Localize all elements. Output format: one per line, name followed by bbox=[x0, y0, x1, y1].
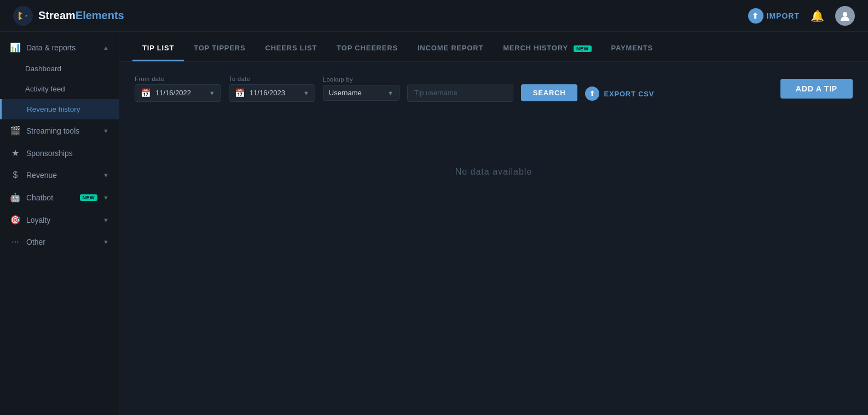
tab-top-cheerers[interactable]: TOP CHEERERS bbox=[327, 36, 408, 61]
sidebar-item-label: Other bbox=[26, 238, 97, 246]
sidebar-item-label: Sponsorships bbox=[26, 149, 109, 158]
from-date-input[interactable] bbox=[155, 89, 205, 97]
filter-bar: From date 📅 ▼ To date 📅 ▼ bbox=[135, 75, 853, 102]
sidebar-item-sponsorships[interactable]: ★ Sponsorships bbox=[0, 142, 119, 164]
tip-username-input[interactable] bbox=[407, 84, 513, 102]
lookup-by-label: Lookup by bbox=[323, 76, 400, 83]
sidebar-item-label: Data & reports bbox=[26, 43, 97, 52]
calendar-from-icon[interactable]: 📅 bbox=[141, 88, 151, 98]
search-group: SEARCH bbox=[521, 76, 578, 101]
no-data-message: No data available bbox=[135, 117, 853, 227]
notifications-button[interactable]: 🔔 bbox=[811, 9, 824, 22]
to-date-arrow-icon[interactable]: ▼ bbox=[303, 90, 309, 96]
lookup-by-select[interactable]: Username Amount Date bbox=[329, 89, 383, 97]
chevron-down-icon: ▼ bbox=[103, 217, 109, 223]
brand-name: StreamElements bbox=[38, 9, 124, 22]
search-button[interactable]: SEARCH bbox=[521, 84, 578, 101]
loyalty-icon: 🎯 bbox=[10, 215, 21, 225]
svg-point-2 bbox=[20, 13, 26, 19]
tip-username-group bbox=[407, 75, 513, 102]
sidebar-item-streaming-tools[interactable]: 🎬 Streaming tools ▼ bbox=[0, 119, 119, 142]
avatar[interactable] bbox=[835, 6, 855, 26]
tip-username-label bbox=[407, 75, 513, 82]
sidebar-item-label: Revenue bbox=[26, 171, 97, 180]
dollar-icon: $ bbox=[10, 170, 21, 180]
to-date-input-wrap: 📅 ▼ bbox=[229, 84, 315, 102]
sidebar-item-other[interactable]: ··· Other ▼ bbox=[0, 231, 119, 253]
sidebar-item-loyalty[interactable]: 🎯 Loyalty ▼ bbox=[0, 209, 119, 231]
merch-history-badge: NEW bbox=[574, 45, 592, 52]
sidebar-item-chatbot[interactable]: 🤖 Chatbot NEW ▼ bbox=[0, 186, 119, 209]
star-icon: ★ bbox=[10, 148, 21, 158]
add-tip-button[interactable]: ADD A TIP bbox=[780, 79, 853, 99]
lookup-by-group: Lookup by Username Amount Date ▼ bbox=[323, 76, 400, 101]
chevron-down-icon: ▼ bbox=[103, 194, 109, 201]
tab-cheers-list[interactable]: CHEERS LIST bbox=[255, 36, 327, 61]
from-date-group: From date 📅 ▼ bbox=[135, 76, 221, 102]
user-icon bbox=[840, 10, 850, 21]
other-icon: ··· bbox=[10, 237, 21, 247]
tab-merch-history[interactable]: MERCH HISTORY NEW bbox=[493, 36, 601, 61]
chevron-up-icon: ▲ bbox=[103, 44, 109, 51]
tabs-bar: TIP LIST TOP TIPPERS CHEERS LIST TOP CHE… bbox=[119, 32, 868, 62]
export-upload-icon: ⬆ bbox=[585, 87, 599, 101]
sidebar-item-label: Activity feed bbox=[25, 85, 109, 93]
sidebar-item-data-reports[interactable]: 📊 Data & reports ▲ bbox=[0, 36, 119, 59]
svg-point-3 bbox=[843, 12, 847, 16]
sidebar-item-label: Revenue history bbox=[27, 105, 109, 113]
chevron-down-icon: ▼ bbox=[103, 172, 109, 178]
logo-icon bbox=[13, 6, 33, 26]
export-csv-button[interactable]: ⬆ EXPORT CSV bbox=[585, 87, 654, 102]
tab-payments[interactable]: PAYMENTS bbox=[601, 36, 663, 61]
to-date-group: To date 📅 ▼ bbox=[229, 76, 315, 102]
new-badge: NEW bbox=[80, 194, 98, 201]
tab-top-tippers[interactable]: TOP TIPPERS bbox=[184, 36, 255, 61]
chevron-down-icon: ▼ bbox=[103, 128, 109, 134]
logo: StreamElements bbox=[13, 6, 124, 26]
import-button[interactable]: ⬆ IMPORT bbox=[748, 8, 800, 24]
export-label: EXPORT CSV bbox=[604, 90, 654, 98]
sidebar-item-label: Loyalty bbox=[26, 216, 97, 224]
sidebar-item-label: Dashboard bbox=[25, 65, 109, 73]
sidebar-item-revenue-history[interactable]: Revenue history bbox=[0, 99, 119, 119]
to-date-label: To date bbox=[229, 76, 315, 82]
sidebar: 📊 Data & reports ▲ Dashboard Activity fe… bbox=[0, 32, 119, 415]
sidebar-item-label: Streaming tools bbox=[26, 126, 97, 135]
sidebar-item-dashboard[interactable]: Dashboard bbox=[0, 59, 119, 79]
lookup-by-wrap: Username Amount Date ▼ bbox=[323, 85, 400, 101]
from-date-arrow-icon[interactable]: ▼ bbox=[209, 90, 215, 96]
calendar-to-icon[interactable]: 📅 bbox=[235, 88, 245, 98]
tab-income-report[interactable]: INCOME REPORT bbox=[408, 36, 493, 61]
to-date-input[interactable] bbox=[250, 89, 299, 97]
upload-icon: ⬆ bbox=[748, 8, 763, 24]
sidebar-item-label: Chatbot bbox=[26, 193, 74, 202]
main-content: TIP LIST TOP TIPPERS CHEERS LIST TOP CHE… bbox=[119, 32, 868, 415]
chart-icon: 📊 bbox=[10, 42, 21, 53]
from-date-label: From date bbox=[135, 76, 221, 82]
chevron-down-icon: ▼ bbox=[103, 239, 109, 245]
content-area: From date 📅 ▼ To date 📅 ▼ bbox=[119, 62, 868, 415]
chatbot-icon: 🤖 bbox=[10, 192, 21, 203]
sidebar-item-revenue[interactable]: $ Revenue ▼ bbox=[0, 164, 119, 186]
topnav-right: ⬆ IMPORT 🔔 bbox=[748, 6, 855, 26]
topnav: StreamElements ⬆ IMPORT 🔔 bbox=[0, 0, 868, 32]
streaming-icon: 🎬 bbox=[10, 125, 21, 136]
lookup-arrow-icon: ▼ bbox=[387, 90, 394, 96]
from-date-input-wrap: 📅 ▼ bbox=[135, 84, 221, 102]
layout: 📊 Data & reports ▲ Dashboard Activity fe… bbox=[0, 32, 868, 415]
tab-tip-list[interactable]: TIP LIST bbox=[132, 36, 184, 61]
sidebar-item-activity-feed[interactable]: Activity feed bbox=[0, 79, 119, 99]
